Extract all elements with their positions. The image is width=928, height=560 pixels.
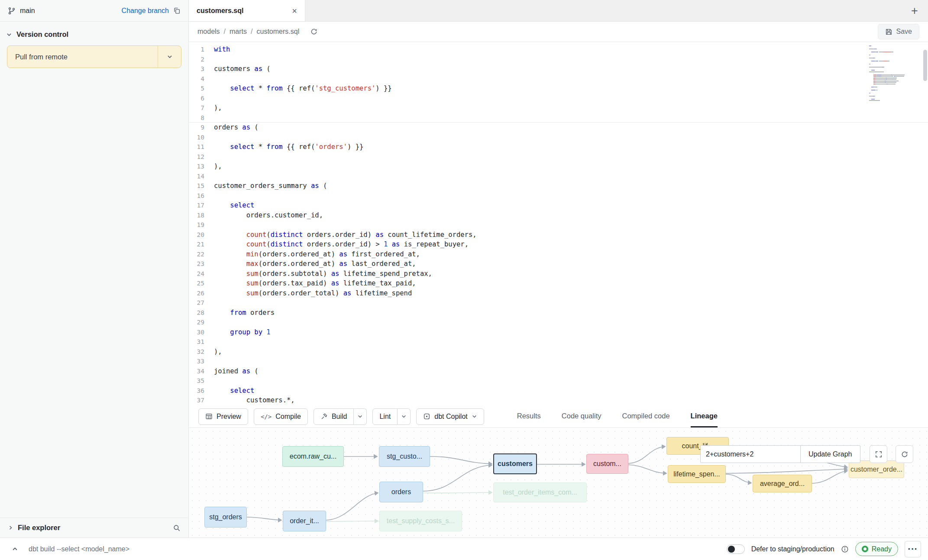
code-line-30[interactable]: 30 group by 1 [189, 327, 928, 337]
code-line-24[interactable]: 24 sum(orders.subtotal) as lifetime_spen… [189, 269, 928, 279]
file-explorer-toggle[interactable]: File explorer [0, 518, 188, 537]
line-number: 6 [189, 94, 214, 104]
lineage-node-customers[interactable]: customers [493, 453, 537, 474]
code-line-8[interactable]: 8 [189, 113, 928, 123]
code-line-28[interactable]: 28 from orders [189, 308, 928, 318]
code-line-33[interactable]: 33 [189, 356, 928, 366]
breadcrumb-item-marts[interactable]: marts [230, 28, 247, 36]
lint-button[interactable]: Lint [372, 408, 398, 425]
lineage-selector-input[interactable] [700, 445, 801, 463]
breadcrumb-item-models[interactable]: models [197, 28, 220, 36]
tab-customers-sql[interactable]: customers.sql × [189, 0, 305, 21]
code-lines[interactable]: 1with23customers as (45 select * from {{… [189, 42, 928, 405]
code-line-20[interactable]: 20 count(distinct orders.order_id) as co… [189, 230, 928, 240]
code-icon: </> [261, 413, 272, 420]
copy-icon[interactable] [173, 7, 181, 14]
editor-toolbar: Preview </> Compile Build [189, 405, 928, 428]
scrollbar-thumb[interactable] [923, 50, 927, 81]
code-line-32[interactable]: 32), [189, 347, 928, 357]
lineage-node-order-it[interactable]: order_it... [283, 511, 326, 531]
version-control-header[interactable]: Version control [0, 22, 188, 44]
status-bar: dbt build --select <model_name> Defer to… [0, 537, 928, 560]
build-dropdown-chevron-icon[interactable] [354, 408, 367, 425]
code-line-37[interactable]: 37 customers.*, [189, 395, 928, 405]
lineage-node-average-ord[interactable]: average_ord... [753, 475, 812, 492]
change-branch-link[interactable]: Change branch [122, 7, 169, 15]
code-line-10[interactable]: 10 [189, 133, 928, 142]
lineage-node-stg-custo[interactable]: stg_custo... [379, 446, 430, 467]
lineage-node-stg-orders[interactable]: stg_orders [204, 507, 247, 528]
lineage-controls: Update Graph [700, 445, 860, 463]
search-icon[interactable] [173, 524, 181, 532]
expand-panel-chevron-up-icon[interactable] [7, 541, 23, 557]
tab-code-quality[interactable]: Code quality [562, 405, 601, 427]
tab-compiled-code[interactable]: Compiled code [622, 405, 670, 427]
save-button[interactable]: Save [878, 24, 919, 39]
line-number: 10 [189, 133, 214, 142]
build-button-group: Build [314, 408, 367, 425]
preview-button[interactable]: Preview [198, 408, 248, 425]
code-line-9[interactable]: 9orders as ( [189, 123, 928, 133]
command-input[interactable]: dbt build --select <model_name> [29, 545, 129, 553]
dbt-copilot-button[interactable]: dbt Copilot [416, 408, 484, 425]
more-options-button[interactable]: ··· [905, 541, 921, 557]
code-line-18[interactable]: 18 orders.customer_id, [189, 210, 928, 220]
lineage-node-custom[interactable]: custom... [586, 454, 628, 474]
code-line-17[interactable]: 17 select [189, 201, 928, 210]
file-refresh-icon[interactable] [307, 25, 320, 38]
lint-dropdown-chevron-icon[interactable] [398, 408, 411, 425]
code-line-25[interactable]: 25 sum(orders.tax_paid) as lifetime_tax_… [189, 278, 928, 288]
new-tab-button[interactable]: + [907, 3, 922, 18]
code-line-29[interactable]: 29 [189, 317, 928, 327]
defer-toggle[interactable] [727, 544, 745, 554]
code-line-19[interactable]: 19 [189, 220, 928, 230]
tab-results[interactable]: Results [517, 405, 541, 427]
code-line-2[interactable]: 2 [189, 55, 928, 65]
build-button[interactable]: Build [314, 408, 354, 425]
code-line-26[interactable]: 26 sum(orders.order_total) as lifetime_s… [189, 288, 928, 298]
lineage-node-customer-orde[interactable]: customer_orde... [849, 460, 904, 478]
branch-row: main Change branch [0, 0, 188, 22]
lineage-node-orders[interactable]: orders [379, 482, 423, 502]
pull-from-remote-button[interactable]: Pull from remote [7, 45, 181, 68]
code-editor[interactable]: 1with23customers as (45 select * from {{… [189, 42, 928, 405]
code-line-11[interactable]: 11 select * from {{ ref('orders') }} [189, 142, 928, 152]
refresh-graph-button[interactable] [896, 445, 913, 463]
close-tab-icon[interactable]: × [292, 6, 297, 15]
code-line-5[interactable]: 5 select * from {{ ref('stg_customers') … [189, 84, 928, 94]
code-line-36[interactable]: 36 select [189, 386, 928, 396]
code-line-15[interactable]: 15customer_orders_summary as ( [189, 181, 928, 191]
compile-button[interactable]: </> Compile [254, 408, 308, 425]
line-number: 29 [189, 317, 214, 327]
line-number: 22 [189, 249, 214, 259]
code-line-31[interactable]: 31 [189, 337, 928, 347]
tab-lineage[interactable]: Lineage [691, 405, 718, 427]
lineage-node-lifetime-spen[interactable]: lifetime_spen... [668, 465, 726, 483]
lineage-node-ecom-raw-cu[interactable]: ecom.raw_cu... [282, 446, 344, 467]
update-graph-button[interactable]: Update Graph [801, 445, 860, 463]
status-badge[interactable]: Ready [855, 542, 898, 556]
pull-dropdown-chevron-icon[interactable] [158, 46, 181, 68]
code-line-34[interactable]: 34joined as ( [189, 366, 928, 376]
minimap[interactable] [869, 45, 905, 102]
code-line-21[interactable]: 21 count(distinct orders.order_id) > 1 a… [189, 240, 928, 249]
code-line-12[interactable]: 12 [189, 152, 928, 162]
code-line-23[interactable]: 23 max(orders.ordered_at) as last_ordere… [189, 259, 928, 269]
code-line-16[interactable]: 16 [189, 191, 928, 201]
code-line-3[interactable]: 3customers as ( [189, 64, 928, 74]
lineage-node-test-order-items-com[interactable]: test_order_items_com... [493, 482, 587, 502]
code-line-27[interactable]: 27 [189, 298, 928, 308]
lineage-node-test-supply-costs-s[interactable]: test_supply_costs_s... [379, 511, 462, 531]
line-number: 11 [189, 142, 214, 152]
code-line-7[interactable]: 7), [189, 103, 928, 113]
code-line-13[interactable]: 13), [189, 162, 928, 172]
code-line-14[interactable]: 14 [189, 172, 928, 181]
code-line-22[interactable]: 22 min(orders.ordered_at) as first_order… [189, 249, 928, 259]
editor-scrollbar[interactable] [922, 42, 928, 405]
code-line-6[interactable]: 6 [189, 94, 928, 104]
code-line-35[interactable]: 35 [189, 376, 928, 386]
info-icon[interactable] [841, 545, 849, 553]
fullscreen-button[interactable] [870, 445, 887, 463]
code-line-1[interactable]: 1with [189, 45, 928, 55]
code-line-4[interactable]: 4 [189, 74, 928, 84]
